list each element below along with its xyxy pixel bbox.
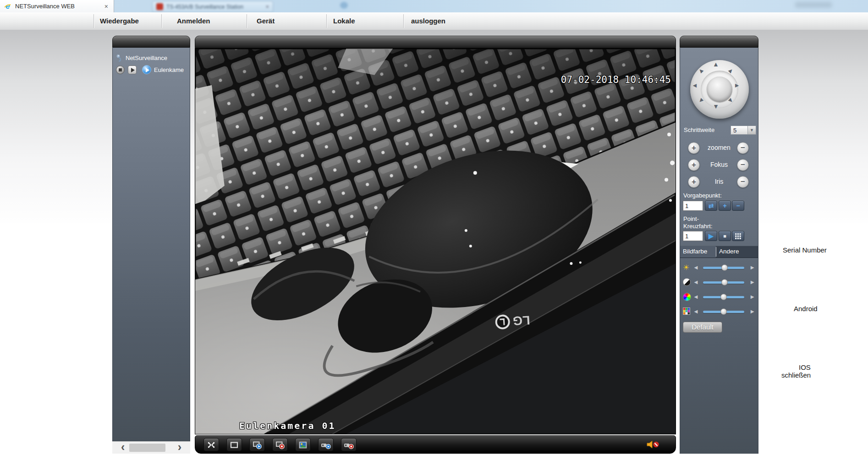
tour-setup-button[interactable] bbox=[732, 231, 744, 241]
browser-tab-strip: TS-453A/B Surveillance Station × e NETSu… bbox=[0, 0, 868, 12]
hue-slider[interactable] bbox=[703, 311, 744, 313]
menubar: Wiedergabe Anmelden Gerät Lokale auslogg… bbox=[0, 12, 868, 30]
contrast-slider-thumb[interactable] bbox=[721, 279, 728, 285]
ptz-up-left-button[interactable]: ▲ bbox=[695, 65, 706, 76]
active-browser-tab[interactable]: e NETSurveillance WEB × bbox=[0, 0, 114, 12]
stop-stream-icon[interactable] bbox=[116, 66, 125, 74]
tab-bildfarbe[interactable]: Bildfarbe bbox=[680, 246, 716, 258]
internet-explorer-icon: e bbox=[4, 2, 12, 11]
record-stop-button[interactable] bbox=[341, 438, 357, 451]
menu-item-ausloggen[interactable]: ausloggen bbox=[411, 12, 445, 30]
tree-horizontal-scrollbar[interactable]: ‹ › bbox=[112, 441, 190, 454]
tour-number-input[interactable] bbox=[683, 231, 703, 241]
tree-node-root[interactable]: NetSurveillance bbox=[116, 52, 190, 63]
default-button[interactable]: Default bbox=[683, 322, 722, 333]
preset-delete-button[interactable]: − bbox=[732, 201, 744, 211]
svg-text:LG: LG bbox=[512, 313, 530, 328]
tab-close-icon[interactable]: × bbox=[103, 3, 110, 10]
fullscreen-icon bbox=[207, 441, 216, 449]
focus-out-button[interactable]: − bbox=[737, 159, 749, 171]
saturation-decrease-arrow[interactable]: ◄ bbox=[693, 293, 699, 301]
scrollbar-thumb[interactable] bbox=[129, 444, 165, 452]
menu-item-wiedergabe[interactable]: Wiedergabe bbox=[100, 12, 139, 30]
preset-controls: ⇄ + − bbox=[680, 201, 758, 211]
background-tab-close-icon[interactable]: × bbox=[265, 3, 269, 10]
mute-icon bbox=[653, 442, 659, 447]
tab-andere[interactable]: Andere bbox=[716, 246, 742, 258]
chevron-down-icon: ▼ bbox=[747, 126, 756, 134]
brightness-slider-row: ☀ ◄ ► bbox=[683, 263, 755, 272]
zoom-out-button[interactable]: − bbox=[737, 142, 749, 154]
record-start-button[interactable] bbox=[318, 438, 334, 451]
focus-control-row: + Fokus − bbox=[680, 159, 758, 171]
image-settings-tabs: Bildfarbe Andere bbox=[680, 246, 758, 258]
preset-number-input[interactable] bbox=[683, 201, 703, 211]
tour-label-line1: Point- bbox=[683, 215, 699, 222]
ptz-controls: ▲ ▲ ▲ ▲ ▲ ▲ ▲ ▲ Schrittweite 5 ▼ + zoome… bbox=[680, 48, 758, 454]
preset-add-button[interactable]: + bbox=[719, 201, 731, 211]
menu-separator bbox=[161, 14, 162, 28]
camera-label: Eulenkame bbox=[154, 66, 184, 73]
speaker-icon bbox=[647, 441, 652, 448]
video-panel-header bbox=[195, 36, 676, 48]
menu-item-lokale[interactable]: Lokale bbox=[333, 12, 355, 30]
preset-goto-button[interactable]: ⇄ bbox=[705, 201, 717, 211]
scroll-right-icon[interactable]: › bbox=[178, 441, 181, 453]
ptz-right-button[interactable]: ▲ bbox=[734, 82, 741, 89]
ptz-wheel: ▲ ▲ ▲ ▲ ▲ ▲ ▲ ▲ bbox=[690, 60, 749, 119]
zoom-control-row: + zoomen − bbox=[680, 142, 758, 154]
browser-chrome-icon bbox=[340, 2, 348, 9]
saturation-slider-thumb[interactable] bbox=[720, 294, 727, 300]
brightness-increase-arrow[interactable]: ► bbox=[749, 264, 755, 271]
single-screen-button[interactable] bbox=[226, 438, 242, 451]
tab-title: NETSurveillance WEB bbox=[15, 3, 103, 10]
background-tab-title: TS-453A/B Surveillance Station bbox=[166, 4, 263, 10]
tour-play-button[interactable]: ▶ bbox=[705, 231, 717, 241]
menu-item-geraet[interactable]: Gerät bbox=[257, 12, 275, 30]
tour-label-line2: Kreuzfahrt: bbox=[683, 223, 713, 230]
hue-increase-arrow[interactable]: ► bbox=[749, 308, 755, 315]
background-tab-icon bbox=[156, 3, 163, 10]
grid-icon bbox=[735, 233, 741, 239]
hue-slider-row: ◄ ► bbox=[683, 307, 755, 316]
hue-decrease-arrow[interactable]: ◄ bbox=[693, 308, 699, 315]
ptz-down-button[interactable]: ▲ bbox=[712, 104, 720, 111]
open-all-streams-button[interactable] bbox=[249, 438, 265, 451]
close-all-streams-button[interactable] bbox=[272, 438, 288, 451]
scroll-left-icon[interactable]: ‹ bbox=[121, 441, 125, 453]
saturation-slider-row: ◄ ► bbox=[683, 292, 755, 302]
saturation-increase-arrow[interactable]: ► bbox=[749, 293, 755, 301]
camera-scene: LG bbox=[195, 49, 676, 434]
contrast-decrease-arrow[interactable]: ◄ bbox=[693, 279, 699, 286]
menu-separator bbox=[326, 14, 327, 28]
contrast-icon bbox=[683, 278, 691, 286]
ptz-up-button[interactable]: ▲ bbox=[712, 60, 720, 68]
brightness-slider[interactable] bbox=[703, 267, 744, 269]
audio-mute-indicator[interactable] bbox=[645, 439, 661, 450]
menu-item-anmelden[interactable]: Anmelden bbox=[177, 12, 210, 30]
video-display[interactable]: LG 07-02-2018 10:46:45 Eulenkamera 01 bbox=[195, 48, 676, 434]
saturation-slider[interactable] bbox=[703, 296, 744, 298]
screen: TS-453A/B Surveillance Station × e NETSu… bbox=[0, 0, 868, 461]
contrast-increase-arrow[interactable]: ► bbox=[749, 279, 755, 286]
snapshot-button[interactable] bbox=[295, 438, 311, 451]
play-stream-icon[interactable] bbox=[128, 66, 137, 74]
iris-close-button[interactable]: − bbox=[737, 176, 749, 188]
contrast-slider[interactable] bbox=[703, 281, 744, 284]
fullscreen-button[interactable] bbox=[203, 438, 219, 451]
streaming-active-icon[interactable] bbox=[142, 65, 151, 74]
ptz-left-button[interactable]: ▲ bbox=[691, 82, 698, 89]
background-browser-tab[interactable]: TS-453A/B Surveillance Station × bbox=[152, 1, 273, 12]
brightness-slider-thumb[interactable] bbox=[721, 264, 728, 271]
hue-slider-thumb[interactable] bbox=[720, 308, 727, 315]
step-size-value: 5 bbox=[733, 127, 736, 134]
step-size-label: Schrittweite bbox=[684, 126, 714, 133]
tree-node-camera[interactable]: Eulenkame bbox=[116, 64, 190, 75]
video-toolbar bbox=[195, 435, 676, 454]
close-link[interactable]: schließen bbox=[781, 371, 811, 379]
tour-stop-button[interactable]: ■ bbox=[719, 231, 731, 241]
saturation-icon bbox=[683, 293, 691, 301]
brightness-decrease-arrow[interactable]: ◄ bbox=[693, 264, 699, 271]
preset-label: Vorgabepunkt: bbox=[683, 192, 722, 199]
step-size-select[interactable]: 5 ▼ bbox=[731, 126, 756, 135]
